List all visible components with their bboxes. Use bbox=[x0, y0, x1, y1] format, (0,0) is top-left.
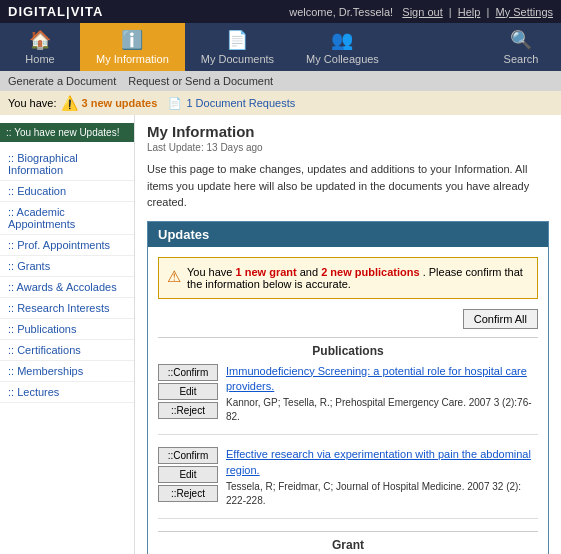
welcome-text: welcome, Dr.Tessela! Sign out | Help | M… bbox=[289, 6, 553, 18]
updates-panel: Updates ⚠ You have 1 new grant and 2 new… bbox=[147, 221, 549, 555]
nav-my-colleagues[interactable]: 👥 My Colleagues bbox=[290, 23, 395, 71]
pub1-actions: ::Confirm Edit ::Reject bbox=[158, 364, 218, 425]
main-nav: 🏠 Home ℹ️ My Information 📄 My Documents … bbox=[0, 23, 561, 71]
nav-my-documents[interactable]: 📄 My Documents bbox=[185, 23, 290, 71]
pub1-title-link[interactable]: Immunodeficiency Screening: a potential … bbox=[226, 365, 527, 392]
sidebar-item-research[interactable]: :: Research Interests bbox=[0, 298, 134, 319]
new-updates-link[interactable]: 3 new updates bbox=[82, 97, 158, 109]
header: DIGITAL|VITA welcome, Dr.Tessela! Sign o… bbox=[0, 0, 561, 23]
updates-panel-header: Updates bbox=[148, 222, 548, 247]
nav-my-information[interactable]: ℹ️ My Information bbox=[80, 23, 185, 71]
pub1-detail: Kannor, GP; Tesella, R.; Prehospital Eme… bbox=[226, 396, 538, 424]
confirm-all-button[interactable]: Confirm All bbox=[463, 309, 538, 329]
sidebar-item-prof-appointments[interactable]: :: Prof. Appointments bbox=[0, 235, 134, 256]
updates-panel-body: ⚠ You have 1 new grant and 2 new publica… bbox=[148, 247, 548, 555]
page-title: My Information bbox=[147, 123, 549, 140]
sidebar-item-awards[interactable]: :: Awards & Accolades bbox=[0, 277, 134, 298]
search-icon: 🔍 bbox=[510, 29, 532, 51]
last-update: Last Update: 13 Days ago bbox=[147, 142, 549, 153]
pub2-title-link[interactable]: Effective research via experimentation w… bbox=[226, 448, 531, 475]
publication-row-2: ::Confirm Edit ::Reject Effective resear… bbox=[158, 447, 538, 519]
pub2-reject-button[interactable]: ::Reject bbox=[158, 485, 218, 502]
pub-count: 2 new publications bbox=[321, 266, 419, 278]
colleagues-icon: 👥 bbox=[331, 29, 353, 51]
sidebar-item-biographical[interactable]: :: Biographical Information bbox=[0, 148, 134, 181]
doc-requests-link[interactable]: 1 Document Requests bbox=[186, 97, 295, 109]
nav-home[interactable]: 🏠 Home bbox=[0, 23, 80, 71]
pub2-edit-button[interactable]: Edit bbox=[158, 466, 218, 483]
sidebar-item-memberships[interactable]: :: Memberships bbox=[0, 361, 134, 382]
generate-document-link[interactable]: Generate a Document bbox=[8, 75, 116, 87]
sidebar-item-lectures[interactable]: :: Lectures bbox=[0, 382, 134, 403]
info-icon: ℹ️ bbox=[121, 29, 143, 51]
grant-count: 1 new grant bbox=[236, 266, 297, 278]
pub2-confirm-button[interactable]: ::Confirm bbox=[158, 447, 218, 464]
home-icon: 🏠 bbox=[29, 29, 51, 51]
documents-icon: 📄 bbox=[226, 29, 248, 51]
updates-bar: You have: ⚠️ 3 new updates 📄 1 Document … bbox=[0, 91, 561, 115]
publications-section-title: Publications bbox=[158, 337, 538, 358]
pub1-confirm-button[interactable]: ::Confirm bbox=[158, 364, 218, 381]
page-description: Use this page to make changes, updates a… bbox=[147, 161, 549, 211]
help-link[interactable]: Help bbox=[458, 6, 481, 18]
sidebar-item-grants[interactable]: :: Grants bbox=[0, 256, 134, 277]
logo: DIGITAL|VITA bbox=[8, 4, 103, 19]
alert-icon: ⚠ bbox=[167, 267, 181, 286]
sidebar: :: You have new Updates! :: Biographical… bbox=[0, 115, 135, 554]
sidebar-item-certifications[interactable]: :: Certifications bbox=[0, 340, 134, 361]
pub2-content: Effective research via experimentation w… bbox=[226, 447, 538, 508]
pub1-reject-button[interactable]: ::Reject bbox=[158, 402, 218, 419]
alert-bar: ⚠ You have 1 new grant and 2 new publica… bbox=[158, 257, 538, 299]
request-document-link[interactable]: Request or Send a Document bbox=[128, 75, 273, 87]
warning-icon: ⚠️ bbox=[61, 95, 78, 111]
content-area: My Information Last Update: 13 Days ago … bbox=[135, 115, 561, 554]
grant-section-title: Grant bbox=[158, 531, 538, 552]
settings-link[interactable]: My Settings bbox=[496, 6, 553, 18]
sidebar-item-education[interactable]: :: Education bbox=[0, 181, 134, 202]
subnav: Generate a Document Request or Send a Do… bbox=[0, 71, 561, 91]
confirm-all-row: Confirm All bbox=[158, 309, 538, 329]
pub1-edit-button[interactable]: Edit bbox=[158, 383, 218, 400]
pub2-actions: ::Confirm Edit ::Reject bbox=[158, 447, 218, 508]
signout-link[interactable]: Sign out bbox=[402, 6, 442, 18]
nav-search[interactable]: 🔍 Search bbox=[481, 23, 561, 71]
pub1-content: Immunodeficiency Screening: a potential … bbox=[226, 364, 538, 425]
sidebar-item-publications[interactable]: :: Publications bbox=[0, 319, 134, 340]
pub2-detail: Tessela, R; Freidmar, C; Journal of Hosp… bbox=[226, 480, 538, 508]
doc-request-icon: 📄 bbox=[168, 97, 182, 110]
publication-row-1: ::Confirm Edit ::Reject Immunodeficiency… bbox=[158, 364, 538, 436]
sidebar-updates-button[interactable]: :: You have new Updates! bbox=[0, 123, 134, 142]
main-content: :: You have new Updates! :: Biographical… bbox=[0, 115, 561, 554]
sidebar-item-academic[interactable]: :: Academic Appointments bbox=[0, 202, 134, 235]
